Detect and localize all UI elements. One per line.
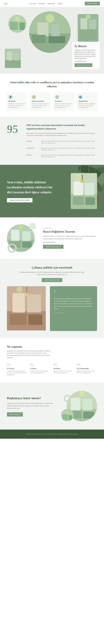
svg-rect-3 — [51, 24, 60, 36]
whatido-text-1: Sample text. Click to edit or double cli… — [30, 370, 50, 374]
hero-small-room-svg — [8, 15, 26, 33]
svg-rect-43 — [11, 230, 19, 241]
ready-circle-outline — [64, 395, 71, 402]
svg-point-40 — [80, 180, 84, 183]
hero-section: İç dizayn voluptatem velit esse cillum d… — [0, 7, 104, 74]
nav-services[interactable]: Hizmetler — [39, 3, 45, 4]
life-circle-small — [29, 223, 36, 230]
life-circle-outline — [8, 244, 17, 252]
feature-text-0: Sample text. Click to edit the text. Cli… — [9, 103, 26, 108]
hero-title: İç dizayn — [75, 44, 97, 48]
hero-left-bottom-svg — [5, 49, 21, 68]
nav-contact[interactable]: İletişim — [58, 3, 63, 4]
ready-image-block — [60, 391, 97, 421]
features-grid: 👤 PROFİLİR Sample text. Click to edit th… — [6, 92, 98, 111]
whatido-grid: 01. İç İf Çalışır voluptatem velit esse … — [7, 363, 97, 376]
ready-small-svg — [61, 409, 73, 421]
svg-rect-36 — [73, 196, 84, 205]
life-text: voluptatem velit esse cillum dolore eu f… — [43, 235, 97, 240]
stats-label-0: İç mekan — [26, 140, 39, 144]
hero-btn[interactable]: DAHA FAZLA BİLGİ — [75, 63, 92, 67]
feature-text-1: Sample text. Click to edit the text. Cli… — [32, 103, 49, 108]
svg-point-54 — [16, 286, 23, 293]
whatido-item-1: 02. İç Planlar Sample text. Click to edi… — [30, 363, 50, 376]
life-subtitle: Click to — [43, 227, 97, 229]
feature-card-3: 👥 HAKKIMIZDA Sample text. Click to edit … — [76, 92, 97, 111]
stats-text-1: Sample text. Click to edit the text. Cli… — [41, 147, 97, 151]
designed-room-svg — [7, 286, 46, 330]
stats-label-1: pratikplanlar — [26, 147, 39, 151]
hero-image-left-bottom — [5, 49, 21, 68]
whatido-text-3: Sample text. Click to edit or double cli… — [77, 370, 97, 374]
whatido-item-3: 04. İş İç Danışmanlığı Sample text. Clic… — [77, 363, 97, 376]
logo: logo — [4, 2, 7, 5]
feature-card-1: 🏆 MARKA TASARIM Sample text. Click to ed… — [30, 92, 51, 111]
svg-point-63 — [79, 391, 84, 396]
green-banner-section: Yeni eviniz, ödüllü ekibimiz tarafından … — [0, 165, 104, 217]
life-btn[interactable]: DAHA FAZLA BİLGİ — [43, 245, 63, 249]
svg-rect-51 — [27, 294, 41, 312]
svg-rect-59 — [71, 398, 80, 410]
designed-btn[interactable]: DAHA FAZLA BİLGİ — [42, 278, 62, 282]
stats-item-0: İç mekan Sample text. Click to edit the … — [26, 139, 97, 144]
svg-rect-60 — [82, 399, 92, 410]
whatido-num-3: 04. — [77, 363, 97, 366]
ready-content: Başlamaya hazır mısın? voluptatem velit … — [7, 396, 54, 416]
hero-circle-main — [29, 11, 71, 53]
svg-point-4 — [46, 14, 54, 22]
stats-content: 1995'ten beri, tasarımın deneyimleri yar… — [26, 124, 97, 158]
stats-item-2: oluşturma Sample text. Click to edit the… — [26, 153, 97, 158]
quote-attr: Tav içine Trevak — [54, 312, 93, 314]
svg-rect-18 — [7, 52, 13, 60]
stats-item-1: pratikplanlar Sample text. Click to edit… — [26, 146, 97, 151]
svg-rect-37 — [85, 197, 95, 205]
hero-description: voluptatem velit esse cillum dolore eu f… — [75, 49, 97, 59]
banner-room-image — [71, 173, 97, 209]
nav-about[interactable]: Hakkımızda — [48, 3, 55, 4]
svg-rect-9 — [19, 22, 25, 30]
ready-section: Başlamaya hazır mısın? voluptatem velit … — [0, 382, 104, 430]
quote-mark: " — [54, 290, 93, 296]
whatido-text-0: voluptatem velit esse ut nisi Sample tex… — [7, 370, 27, 376]
svg-point-56 — [24, 293, 29, 296]
feature-icon-3: 👥 — [78, 95, 82, 99]
life-link[interactable]: Tav görüntüle Trevak — [43, 241, 97, 243]
banner-image-right — [71, 173, 97, 209]
ready-btn[interactable]: BİZE BAŞLA — [7, 412, 23, 416]
whatido-num-0: 01. — [7, 363, 27, 366]
stats-number-block: 95 — [7, 124, 22, 158]
feature-icon-2: 🔧 — [55, 95, 59, 99]
svg-point-47 — [18, 224, 23, 230]
whatido-text: Paragraph lorem ipsum dolor sit amet, co… — [7, 350, 51, 359]
svg-rect-53 — [28, 314, 42, 325]
stats-section: 95 1995'ten beri, tasarımın deneyimleri … — [0, 116, 104, 165]
whatido-text-2: Sample text. Click to edit or double cli… — [54, 370, 74, 374]
designed-section: Çalışma şekliniz için tasarlandı Çalışma… — [0, 259, 104, 338]
svg-rect-12 — [79, 28, 97, 40]
svg-rect-50 — [13, 293, 25, 312]
svg-rect-14 — [89, 20, 96, 29]
whatido-title-2: İlk Planlar — [54, 368, 74, 369]
banner-btn[interactable]: DAHA FAZLA BİLGİ EDIN — [7, 198, 32, 202]
stats-title: 1995'ten beri, tasarımın deneyimleri yar… — [26, 124, 97, 130]
svg-rect-66 — [69, 415, 72, 420]
svg-rect-62 — [83, 412, 94, 418]
designed-content-row: " Ut enim ad minim veniam, quis nostrud … — [7, 286, 97, 331]
header-cta-button[interactable]: BİZE ULAŞIN — [85, 2, 100, 6]
svg-rect-31 — [97, 195, 98, 203]
nav-home[interactable]: Ana Sayfa — [30, 3, 36, 4]
svg-rect-8 — [10, 22, 18, 30]
hero-link[interactable]: Tav görüntüle Trevak — [75, 60, 97, 62]
life-image-block — [7, 224, 37, 252]
svg-rect-2 — [37, 22, 49, 36]
svg-rect-5 — [32, 35, 46, 43]
svg-point-10 — [15, 16, 20, 22]
whatido-title-3: İş İç Danışmanlığı — [77, 368, 97, 369]
banner-title: Yeni eviniz, ödüllü ekibimiz tarafından … — [7, 180, 55, 195]
feature-text-3: Sample text. Click to edit the text. Cli… — [78, 103, 95, 108]
stats-label-2: oluşturma — [26, 154, 39, 158]
hero-image-right — [78, 14, 98, 42]
footer-text: Copyright © 2023 sitename.com | Tüm hakl… — [7, 433, 97, 435]
stats-items-list: İç mekan Sample text. Click to edit the … — [26, 139, 97, 158]
feature-title-1: MARKA TASARIM — [32, 100, 49, 102]
